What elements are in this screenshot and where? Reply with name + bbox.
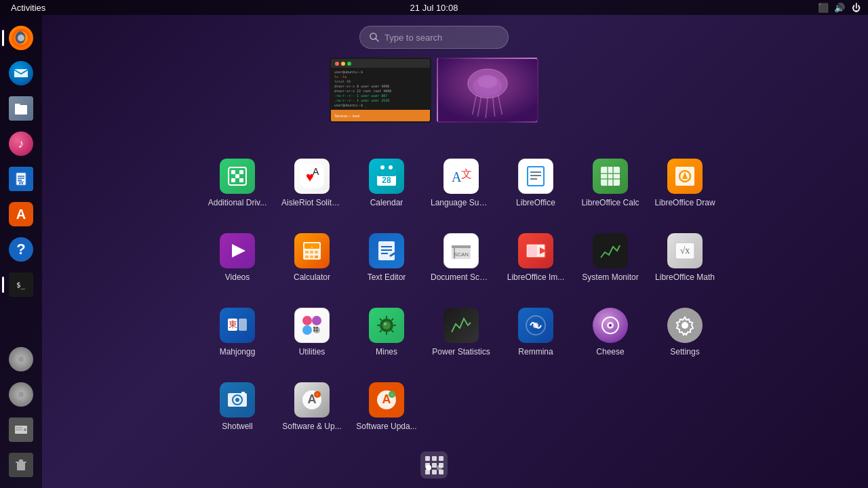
app-item-utilities[interactable]: Utilities [275,298,349,366]
svg-text:↑: ↑ [316,392,319,397]
power-icon[interactable]: ⏻ [850,2,861,13]
search-bar[interactable] [359,26,509,49]
app-item-calendar[interactable]: 28Calendar [349,149,424,217]
app-label-libreoffice-impress: LibreOffice Im... [507,272,564,282]
svg-rect-59 [310,256,313,258]
svg-text:SCAN: SCAN [454,251,469,258]
app-item-aisleriot[interactable]: ♥AAisleRiot Solita... [275,149,349,217]
clock: 21 Jul 10:08 [410,3,458,13]
app-item-software-updater[interactable]: A↑Software & Up... [275,373,349,441]
app-icon-libreoffice-impress [518,233,553,268]
svg-text:+: + [311,245,313,249]
app-label-mahjongg: Mahjongg [220,347,256,357]
app-item-shotwell[interactable]: Shotwell [200,373,275,441]
window-previews: user@ubuntu:~$ ls -la total 48 drwxr-xr-… [330,58,538,123]
app-icon-aisleriot: ♥A [294,159,330,194]
svg-rect-43 [601,167,620,186]
app-label-settings: Settings [670,347,699,357]
svg-rect-106 [241,392,245,394]
app-item-remmina[interactable]: Remmina [498,298,573,366]
app-item-settings[interactable]: Settings [648,298,722,366]
app-label-calculator: Calculator [294,272,330,282]
sidebar-item-storage[interactable] [5,413,37,446]
app-icon-videos [220,233,255,268]
app-item-videos[interactable]: Videos [200,224,275,291]
svg-text:W: W [18,180,24,186]
svg-text:A: A [452,169,462,184]
app-label-shotwell: Shotwell [222,422,252,431]
sidebar-item-writer[interactable]: W [5,163,37,195]
sidebar-item-trash[interactable] [5,449,37,481]
wallpaper-preview[interactable] [437,58,538,123]
svg-point-37 [389,165,393,169]
svg-rect-82 [313,327,315,329]
app-label-text-editor: Text Editor [368,272,406,282]
app-item-power-statistics[interactable]: Power Statistics [424,298,498,366]
svg-text:東: 東 [229,319,237,329]
svg-rect-56 [310,251,313,253]
sidebar-item-disc2[interactable] [5,378,37,411]
show-apps-button[interactable] [420,451,448,479]
app-item-document-scanner[interactable]: SCANDocument Scan... [424,224,498,291]
svg-rect-83 [316,327,318,329]
sidebar-item-appcenter[interactable]: A [5,198,37,230]
svg-point-80 [302,325,312,335]
app-item-language-support[interactable]: A文Language Supp... [424,149,498,217]
app-item-text-editor[interactable]: Text Editor [349,224,424,291]
app-item-additional-drivers[interactable]: Additional Driv... [200,149,275,217]
app-item-libreoffice-impress[interactable]: LibreOffice Im... [498,224,573,291]
svg-rect-77 [239,319,247,331]
app-label-software-updater: Software & Up... [282,422,341,431]
app-label-calendar: Calendar [370,198,403,207]
app-item-mines[interactable]: Mines [349,298,424,366]
svg-line-91 [380,319,382,321]
app-label-remmina: Remmina [518,347,553,357]
sidebar-item-help[interactable]: ? [5,233,37,266]
show-apps-area [420,451,448,479]
app-label-libreoffice-math: LibreOffice Math [655,272,715,282]
screen-mirror-icon: ⬛ [818,2,829,13]
svg-point-13 [24,428,26,431]
volume-icon[interactable]: 🔊 [834,2,845,13]
sidebar-item-terminal[interactable]: $_ [5,268,37,301]
svg-point-24 [477,75,497,88]
svg-text:↑: ↑ [391,392,393,397]
app-label-aisleriot: AisleRiot Solita... [281,198,342,207]
app-icon-software-updater: A↑ [294,382,330,418]
app-icon-additional-drivers [220,159,255,194]
app-item-libreoffice-draw[interactable]: LibreOffice Draw [648,149,722,217]
search-icon [370,33,379,42]
svg-rect-85 [316,329,318,331]
app-label-document-scanner: Document Scan... [431,272,492,282]
app-icon-libreoffice-draw [667,159,703,194]
app-item-libreoffice[interactable]: LibreOffice [498,149,573,217]
app-icon-libreoffice-calc [593,159,628,194]
app-item-mahjongg[interactable]: 東Mahjongg [200,298,275,366]
app-item-system-monitor[interactable]: System Monitor [573,224,648,291]
terminal-preview[interactable]: user@ubuntu:~$ ls -la total 48 drwxr-xr-… [330,58,431,123]
svg-point-96 [384,323,387,325]
app-item-cheese[interactable]: Cheese [573,298,648,366]
app-item-libreoffice-calc[interactable]: LibreOffice Calc [573,149,648,217]
firefox-icon [9,26,33,50]
app-label-libreoffice-calc: LibreOffice Calc [581,198,639,207]
sidebar-item-files[interactable] [5,92,37,125]
sidebar-item-rhythmbox[interactable]: ♪ [5,127,37,160]
svg-rect-16 [17,462,25,470]
sidebar-item-firefox[interactable] [5,22,37,54]
activities-button[interactable]: Activities [7,3,50,13]
sidebar-item-thunderbird[interactable] [5,57,37,89]
app-icon-language-support: A文 [443,159,479,194]
sidebar-item-disc1[interactable] [5,343,37,375]
app-item-calculator[interactable]: +Calculator [275,224,349,291]
app-icon-calendar: 28 [369,159,404,194]
app-item-libreoffice-math[interactable]: √xLibreOffice Math [648,224,722,291]
search-input[interactable] [384,33,493,43]
app-icon-utilities [294,308,330,343]
app-icon-calculator: + [294,233,330,268]
terminal-body: user@ubuntu:~$ ls -la total 48 drwxr-xr-… [331,68,430,110]
app-item-software-updates[interactable]: A↑Software Upda... [349,373,424,441]
app-label-libreoffice-draw: LibreOffice Draw [654,198,715,207]
system-tray: ⬛ 🔊 ⏻ [818,2,861,13]
app-label-power-statistics: Power Statistics [432,347,490,357]
